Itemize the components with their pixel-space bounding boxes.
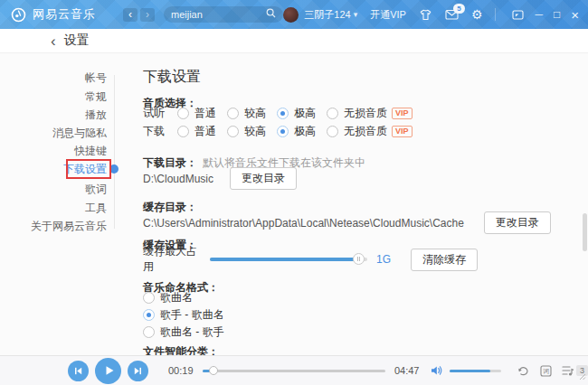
radio-icon[interactable]: [327, 126, 338, 137]
titlebar-right: 三阴子124 ▾ 开通VIP 5 ⚙: [283, 7, 588, 23]
search-input[interactable]: meijian: [171, 9, 266, 20]
page-title: 设置: [64, 33, 90, 49]
previous-track-button[interactable]: [68, 361, 89, 381]
settings-header: ‹ 设置: [0, 29, 588, 53]
sidebar-timeline: [114, 75, 115, 229]
download-quality-row: 下载 普通 较高 极高 无损音质 VIP: [143, 124, 423, 138]
loop-mode-icon[interactable]: [517, 365, 530, 377]
clear-cache-button[interactable]: 清除缓存: [411, 249, 478, 271]
change-cache-dir-button[interactable]: 更改目录: [484, 211, 551, 234]
messages-icon[interactable]: 5: [445, 9, 459, 20]
svg-text:词: 词: [543, 368, 549, 375]
download-quality-lossless[interactable]: 无损音质 VIP: [327, 124, 413, 139]
vip-badge: VIP: [392, 108, 413, 119]
search-box[interactable]: meijian: [164, 6, 283, 23]
radio-icon[interactable]: [177, 126, 189, 137]
volume-fill: [450, 370, 489, 372]
download-row-label: 下载: [143, 124, 166, 139]
cache-size-row: 缓存最大占用 1G 清除缓存: [143, 251, 478, 268]
user-name[interactable]: 三阴子124: [304, 8, 350, 22]
cache-size-value: 1G: [376, 253, 391, 266]
download-quality-extreme[interactable]: 极高: [277, 124, 316, 139]
progress-bar[interactable]: [203, 370, 385, 372]
next-track-button[interactable]: [128, 361, 148, 381]
progress-handle[interactable]: [209, 366, 218, 375]
settings-sidebar: 帐号 常规 播放 消息与隐私 快捷键 下载设置 歌词 工具 关于网易云音乐: [0, 53, 136, 356]
listen-quality-lossless[interactable]: 无损音质 VIP: [327, 106, 413, 121]
back-chevron-icon[interactable]: ‹: [51, 33, 56, 49]
volume-slider[interactable]: [450, 370, 501, 372]
listen-quality-normal[interactable]: 普通: [177, 106, 216, 121]
current-time: 00:19: [168, 365, 194, 376]
listen-quality-higher[interactable]: 较高: [227, 106, 266, 121]
naming-option-artist-songname[interactable]: 歌手 - 歌曲名: [143, 307, 224, 322]
settings-gear-icon[interactable]: ⚙: [471, 8, 483, 21]
resize-grip[interactable]: [579, 371, 586, 383]
radio-icon[interactable]: [227, 126, 239, 137]
sidebar-item-lyrics[interactable]: 歌词: [85, 183, 107, 195]
chevron-down-icon[interactable]: ▾: [354, 10, 358, 19]
active-indicator-dot: [109, 164, 119, 174]
theme-skin-icon[interactable]: [419, 9, 432, 21]
download-settings-panel: 下载设置 音质选择： 试听 普通 较高 极高 无损音质: [143, 53, 574, 356]
radio-selected-icon[interactable]: [143, 309, 155, 321]
change-download-dir-button[interactable]: 更改目录: [230, 167, 297, 190]
nav-buttons: ‹ ›: [123, 8, 155, 22]
open-vip-link[interactable]: 开通VIP: [370, 8, 406, 22]
message-count-badge: 5: [453, 4, 465, 14]
cache-size-slider[interactable]: [210, 258, 367, 261]
settings-body: 帐号 常规 播放 消息与隐私 快捷键 下载设置 歌词 工具 关于网易云音乐 下载…: [0, 53, 588, 356]
download-dir-path: D:\CloudMusic: [143, 173, 213, 185]
play-button[interactable]: [95, 358, 121, 384]
user-avatar[interactable]: [283, 7, 299, 23]
sidebar-item-about[interactable]: 关于网易云音乐: [31, 220, 107, 232]
radio-icon[interactable]: [143, 292, 155, 304]
app-title: 网易云音乐: [33, 6, 96, 23]
minimize-button[interactable]: ─: [535, 9, 543, 20]
titlebar-separator: [495, 8, 496, 21]
forward-button[interactable]: ›: [140, 8, 155, 22]
cache-max-label: 缓存最大占用: [143, 244, 199, 275]
slider-fill: [210, 258, 359, 261]
listen-quality-extreme[interactable]: 极高: [277, 106, 316, 121]
radio-icon[interactable]: [227, 108, 239, 119]
vip-badge: VIP: [392, 126, 413, 137]
cache-dir-path: C:\Users\Administrator\AppData\Local\Net…: [143, 217, 464, 230]
slider-handle[interactable]: [353, 253, 365, 265]
sidebar-item-privacy[interactable]: 消息与隐私: [52, 127, 107, 139]
sidebar-item-download-settings[interactable]: 下载设置: [63, 163, 107, 175]
lyrics-toggle-icon[interactable]: 词: [540, 365, 552, 377]
section-heading: 下载设置: [143, 68, 201, 87]
radio-icon[interactable]: [143, 326, 155, 338]
radio-selected-icon[interactable]: [277, 108, 289, 119]
maximize-button[interactable]: □: [554, 9, 560, 20]
app-logo-icon[interactable]: [11, 7, 26, 23]
download-quality-normal[interactable]: 普通: [177, 124, 216, 139]
total-time: 04:47: [394, 365, 420, 376]
radio-selected-icon[interactable]: [277, 126, 289, 137]
download-dir-row: D:\CloudMusic 更改目录: [143, 167, 297, 190]
naming-option-songname-artist[interactable]: 歌曲名 - 歌手: [143, 324, 224, 339]
download-quality-higher[interactable]: 较高: [227, 124, 266, 139]
cache-dir-row: C:\Users\Administrator\AppData\Local\Net…: [143, 211, 551, 234]
sidebar-item-tools[interactable]: 工具: [85, 202, 107, 214]
sidebar-item-general[interactable]: 常规: [85, 90, 107, 103]
player-bar: 00:19 04:47 词: [0, 355, 588, 385]
radio-icon[interactable]: [327, 108, 338, 119]
naming-option-songname[interactable]: 歌曲名: [143, 290, 193, 305]
listen-row-label: 试听: [143, 106, 166, 121]
sidebar-item-account[interactable]: 帐号: [85, 71, 107, 84]
titlebar: 网易云音乐 ‹ › meijian 三阴子124 ▾ 开通VIP: [0, 0, 588, 29]
app-window: 网易云音乐 ‹ › meijian 三阴子124 ▾ 开通VIP: [0, 0, 588, 385]
close-button[interactable]: ×: [571, 8, 579, 22]
radio-icon[interactable]: [177, 108, 189, 119]
scrollbar-thumb[interactable]: [583, 213, 587, 251]
listen-quality-row: 试听 普通 较高 极高 无损音质 VIP: [143, 106, 423, 120]
sidebar-item-playback[interactable]: 播放: [85, 108, 107, 121]
search-icon[interactable]: [266, 8, 276, 21]
sidebar-item-shortcuts[interactable]: 快捷键: [74, 145, 107, 157]
back-button[interactable]: ‹: [123, 8, 138, 22]
volume-icon[interactable]: [431, 365, 443, 376]
mini-mode-icon[interactable]: [512, 10, 524, 20]
